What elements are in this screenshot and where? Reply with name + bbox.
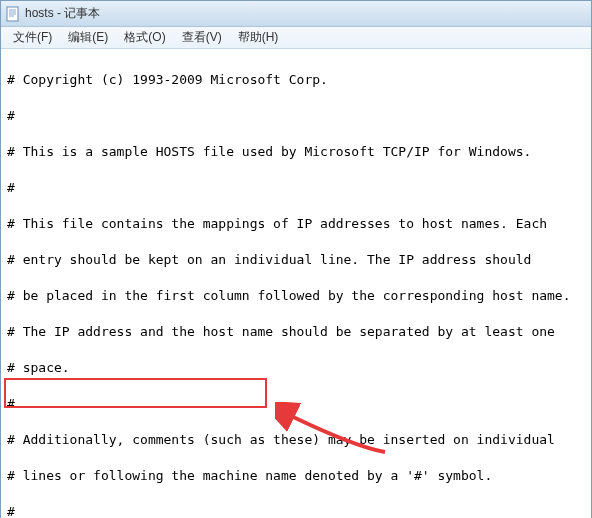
text-line: # [7, 179, 585, 197]
text-line: # [7, 107, 585, 125]
menu-help[interactable]: 帮助(H) [230, 27, 287, 48]
text-line: # Additionally, comments (such as these)… [7, 431, 585, 449]
window-title: hosts - 记事本 [25, 5, 100, 22]
notepad-window: hosts - 记事本 文件(F) 编辑(E) 格式(O) 查看(V) 帮助(H… [0, 0, 592, 518]
text-line: # [7, 503, 585, 518]
text-line: # [7, 395, 585, 413]
menu-format[interactable]: 格式(O) [116, 27, 173, 48]
text-line: # lines or following the machine name de… [7, 467, 585, 485]
text-editor-area[interactable]: # Copyright (c) 1993-2009 Microsoft Corp… [1, 49, 591, 518]
titlebar[interactable]: hosts - 记事本 [1, 1, 591, 27]
text-line: # entry should be kept on an individual … [7, 251, 585, 269]
text-line: # Copyright (c) 1993-2009 Microsoft Corp… [7, 71, 585, 89]
menu-edit[interactable]: 编辑(E) [60, 27, 116, 48]
text-line: # space. [7, 359, 585, 377]
text-line: # This file contains the mappings of IP … [7, 215, 585, 233]
menu-file[interactable]: 文件(F) [5, 27, 60, 48]
menu-view[interactable]: 查看(V) [174, 27, 230, 48]
text-line: # This is a sample HOSTS file used by Mi… [7, 143, 585, 161]
notepad-icon [5, 6, 21, 22]
menubar: 文件(F) 编辑(E) 格式(O) 查看(V) 帮助(H) [1, 27, 591, 49]
text-line: # The IP address and the host name shoul… [7, 323, 585, 341]
text-line: # be placed in the first column followed… [7, 287, 585, 305]
